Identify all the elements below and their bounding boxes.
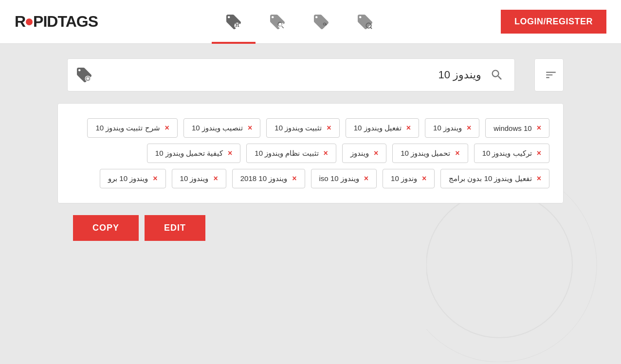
search-magnifier-icon xyxy=(490,68,504,82)
tag-remove[interactable]: × xyxy=(228,149,232,157)
search-bar xyxy=(67,58,515,91)
logo-text-pidtags: PIDTAGS xyxy=(33,13,98,31)
tag-item: × تثبيت ويندوز 10 xyxy=(266,118,339,138)
tag-remove[interactable]: × xyxy=(422,175,426,182)
tag-label: تثبيت ويندوز 10 xyxy=(274,124,322,132)
tag-item: × وندوز 10 xyxy=(383,169,435,188)
main-content: × windows 10 × ويندوز 10 × تفعيل ويندوز … xyxy=(0,44,621,255)
tag-item: × تفعيل ويندوز 10 بدون برامج xyxy=(440,169,549,188)
tag-remove[interactable]: × xyxy=(165,124,169,132)
main-nav xyxy=(212,0,387,44)
logo: R PIDTAGS xyxy=(15,13,98,31)
tag-label: ويندوز 10 xyxy=(180,174,209,183)
tag-label: وندوز 10 xyxy=(391,174,417,183)
tag-label: ويندوز 10 2018 xyxy=(240,174,287,183)
copy-button[interactable]: COPY xyxy=(73,215,139,241)
tag-label: كيفية تحميل ويندوز 10 xyxy=(155,149,223,158)
tag-item: × تثبيت نظام ويندوز 10 xyxy=(246,144,336,163)
tag-related-icon xyxy=(312,13,330,31)
logo-dot xyxy=(26,18,33,25)
search-input[interactable] xyxy=(99,69,481,81)
tag-label: windows 10 xyxy=(493,124,531,132)
tag-label: تنصيب ويندوز 10 xyxy=(192,124,243,132)
tag-remove[interactable]: × xyxy=(537,175,541,182)
tag-remove[interactable]: × xyxy=(537,149,541,157)
tag-gear-icon xyxy=(225,13,242,31)
action-buttons: COPY EDIT xyxy=(15,215,606,241)
nav-tag-analyzer[interactable] xyxy=(343,0,387,44)
tag-analyzer-icon xyxy=(356,13,374,31)
tag-label: شرح تثبيت ويندوز 10 xyxy=(95,124,160,132)
tag-item: × تفعيل ويندوز 10 xyxy=(346,118,419,138)
tag-remove[interactable]: × xyxy=(324,149,328,157)
tag-item: × ويندوز 10 برو xyxy=(100,169,165,188)
header: R PIDTAGS xyxy=(0,0,621,44)
nav-tag-search[interactable] xyxy=(256,0,299,44)
tag-remove[interactable]: × xyxy=(327,124,331,132)
tag-item: × شرح تثبيت ويندوز 10 xyxy=(87,118,178,138)
tag-item: × windows 10 xyxy=(485,118,549,138)
tag-remove[interactable]: × xyxy=(364,175,368,182)
tag-item: × ويندوز 10 xyxy=(425,118,479,138)
filter-button[interactable] xyxy=(534,58,564,91)
tag-item: × ويندوز 10 xyxy=(172,169,226,188)
tag-label: ويندوز 10 iso xyxy=(319,174,359,183)
tag-item: × تركيب ويندوز 10 xyxy=(474,144,549,163)
tag-item: × ويندوز 10 2018 xyxy=(232,169,305,188)
tag-remove[interactable]: × xyxy=(467,124,471,132)
tag-item: × تنصيب ويندوز 10 xyxy=(183,118,260,138)
tag-remove[interactable]: × xyxy=(213,175,218,182)
tag-search-icon xyxy=(269,13,286,31)
logo-text-r: R xyxy=(15,13,25,31)
tag-label: تفعيل ويندوز 10 xyxy=(354,124,402,132)
nav-tag-related[interactable] xyxy=(299,0,343,44)
tag-remove[interactable]: × xyxy=(406,124,411,132)
login-register-button[interactable]: LOGIN/REGISTER xyxy=(501,10,606,34)
tag-remove[interactable]: × xyxy=(292,175,296,182)
tag-remove[interactable]: × xyxy=(455,149,459,157)
tags-container: × windows 10 × ويندوز 10 × تفعيل ويندوز … xyxy=(57,103,564,203)
nav-tag-generator[interactable] xyxy=(212,0,256,44)
tag-item: × كيفية تحميل ويندوز 10 xyxy=(147,144,241,163)
tag-remove[interactable]: × xyxy=(537,124,541,132)
tag-remove[interactable]: × xyxy=(374,149,378,157)
search-tag-icon xyxy=(75,66,93,84)
tag-remove[interactable]: × xyxy=(248,124,252,132)
tag-label: تثبيت نظام ويندوز 10 xyxy=(255,149,318,158)
tag-item: × تحميل ويندوز 10 xyxy=(392,144,468,163)
tag-item: × ويندوز xyxy=(342,144,386,163)
tag-label: تركيب ويندوز 10 xyxy=(482,149,532,158)
edit-button[interactable]: EDIT xyxy=(145,215,205,241)
tag-label: ويندوز xyxy=(350,149,369,158)
svg-point-0 xyxy=(234,22,240,28)
tag-item: × ويندوز 10 iso xyxy=(311,169,377,188)
filter-icon xyxy=(545,69,557,81)
tag-label: ويندوز 10 xyxy=(433,124,462,132)
tag-label: تفعيل ويندوز 10 بدون برامج xyxy=(449,174,531,183)
search-button[interactable] xyxy=(487,65,507,85)
tag-label: ويندوز 10 برو xyxy=(108,174,148,183)
tag-remove[interactable]: × xyxy=(153,175,157,182)
tag-label: تحميل ويندوز 10 xyxy=(401,149,450,158)
